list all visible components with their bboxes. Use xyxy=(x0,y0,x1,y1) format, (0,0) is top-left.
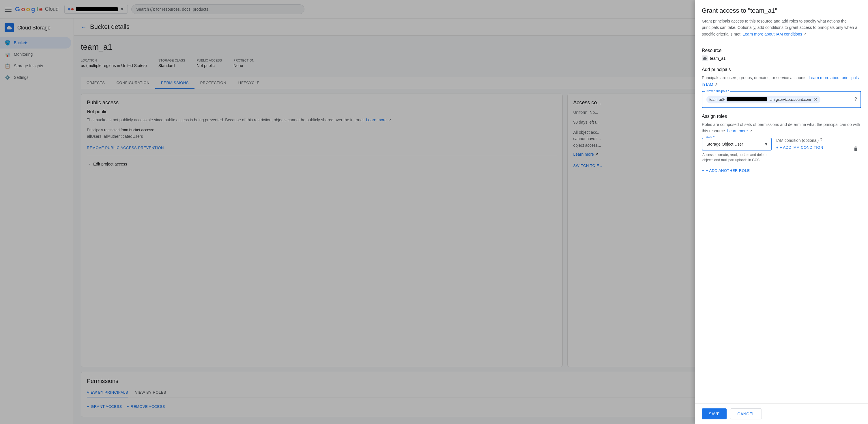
external-link-icon-4: ↗ xyxy=(714,82,718,87)
resource-item: team_a1 xyxy=(702,55,861,61)
chip-close-button[interactable]: ✕ xyxy=(814,97,817,102)
principal-redacted xyxy=(726,97,767,102)
new-principals-label: New principals * xyxy=(705,89,731,93)
principal-chips-container: team-a@iam.gserviceaccount.com ✕ xyxy=(706,95,857,104)
resource-section: Resource team_a1 xyxy=(702,48,861,61)
learn-more-iam-conditions-link[interactable]: Learn more about IAM conditions xyxy=(743,32,802,36)
external-link-icon-5: ↗ xyxy=(749,129,752,133)
assign-roles-title: Assign roles xyxy=(702,114,861,119)
cancel-button[interactable]: CANCEL xyxy=(730,408,762,419)
new-principals-input-group: New principals * team-a@iam.gserviceacco… xyxy=(702,91,861,108)
grant-access-panel: Grant access to "team_a1" Grant principa… xyxy=(695,0,868,424)
principal-suffix: iam.gserviceaccount.com xyxy=(769,97,811,102)
add-another-role-plus-icon: + xyxy=(702,168,704,173)
delete-role-button[interactable] xyxy=(851,144,861,156)
add-principals-section: Add principals Principals are users, gro… xyxy=(702,67,861,108)
add-principals-desc: Principals are users, groups, domains, o… xyxy=(702,75,861,87)
iam-condition-label: IAM condition (optional) ? xyxy=(776,138,846,143)
iam-condition-group: IAM condition (optional) ? + + ADD IAM C… xyxy=(776,138,846,150)
role-select[interactable]: Storage Object User xyxy=(702,138,772,150)
role-description: Access to create, read, update and delet… xyxy=(702,152,772,163)
role-select-wrapper: Role * Storage Object User ▼ xyxy=(702,138,772,150)
assign-roles-desc: Roles are composed of sets of permission… xyxy=(702,121,861,134)
external-link-icon-3: ↗ xyxy=(803,32,807,36)
add-another-role-label: + ADD ANOTHER ROLE xyxy=(706,168,750,173)
iam-condition-help-icon[interactable]: ? xyxy=(820,138,823,143)
add-condition-label: + ADD IAM CONDITION xyxy=(780,145,823,150)
principal-prefix: team-a@ xyxy=(709,97,725,102)
principal-chip: team-a@iam.gserviceaccount.com ✕ xyxy=(706,95,820,104)
panel-header: Grant access to "team_a1" Grant principa… xyxy=(695,0,868,42)
add-another-role-button[interactable]: + + ADD ANOTHER ROLE xyxy=(702,166,861,175)
resource-bucket-name: team_a1 xyxy=(710,56,725,61)
assign-roles-section: Assign roles Roles are composed of sets … xyxy=(702,114,861,175)
role-select-label: Role * xyxy=(705,136,716,139)
panel-footer: SAVE CANCEL xyxy=(695,403,868,424)
panel-title: Grant access to "team_a1" xyxy=(702,7,861,15)
add-principals-title: Add principals xyxy=(702,67,861,72)
assign-roles-learn-more-link[interactable]: Learn more xyxy=(727,129,748,133)
resource-section-title: Resource xyxy=(702,48,861,53)
new-principals-help-icon[interactable]: ? xyxy=(855,97,857,102)
panel-body: Resource team_a1 Add principals Principa… xyxy=(695,42,868,403)
role-select-group: Role * Storage Object User ▼ Access to c… xyxy=(702,138,772,163)
save-button[interactable]: SAVE xyxy=(702,408,726,419)
bucket-resource-icon xyxy=(702,55,708,61)
add-iam-condition-button[interactable]: + + ADD IAM CONDITION xyxy=(776,145,846,150)
role-row: Role * Storage Object User ▼ Access to c… xyxy=(702,138,861,163)
panel-description: Grant principals access to this resource… xyxy=(702,18,861,37)
add-condition-plus-icon: + xyxy=(776,145,779,150)
